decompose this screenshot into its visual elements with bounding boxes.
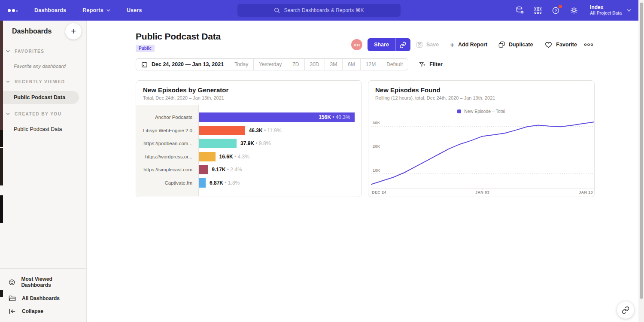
data-sources-button[interactable] bbox=[515, 6, 525, 15]
bar-chart-bars: 156K • 40.3%46.3K • 11.9%37.9K • 9.8%16.… bbox=[199, 105, 361, 196]
date-preset-6m[interactable]: 6M bbox=[342, 59, 360, 70]
line-chart-svg bbox=[371, 116, 594, 188]
sidebar-item[interactable]: Public Podcast Data bbox=[0, 91, 79, 104]
bar-value-label: 9.17K • 2.4% bbox=[212, 167, 242, 173]
all-dashboards-button[interactable]: All Dashboards bbox=[0, 292, 86, 305]
legend-swatch[interactable] bbox=[457, 109, 461, 113]
dashboard-actions: RH Share Save + Add Report Duplicate Fav… bbox=[351, 38, 594, 51]
apps-grid-icon bbox=[534, 6, 542, 15]
calendar-icon bbox=[141, 61, 148, 68]
apps-grid-button[interactable] bbox=[533, 6, 543, 15]
bar-value-label: 156K • 40.3% bbox=[319, 114, 355, 120]
sidebar-item[interactable]: Public Podcast Data bbox=[0, 123, 86, 135]
search-input[interactable]: Search Dashboards & Reports ⌘K bbox=[237, 4, 401, 17]
gear-icon bbox=[570, 6, 578, 15]
nav-reports-label: Reports bbox=[82, 7, 103, 13]
sidebar-section-header[interactable]: FAVORITES bbox=[0, 47, 86, 55]
bar[interactable] bbox=[199, 165, 208, 174]
save-button[interactable]: Save bbox=[416, 41, 439, 48]
bar-row: 9.17K • 2.4% bbox=[199, 163, 361, 176]
date-range-label: Dec 24, 2020 — Jan 13, 2021 bbox=[152, 61, 224, 67]
link-icon bbox=[400, 42, 406, 48]
x-axis-label: DEC 24 bbox=[372, 190, 386, 194]
nav-reports[interactable]: Reports bbox=[82, 7, 110, 13]
copy-link-button[interactable] bbox=[395, 38, 410, 51]
bar[interactable] bbox=[199, 178, 206, 188]
screen-edge-artifact bbox=[0, 21, 3, 130]
bar-category-label: https://wordpress.or... bbox=[136, 150, 198, 164]
plus-icon: + bbox=[450, 41, 454, 49]
bar-category-label: Anchor Podcasts bbox=[136, 111, 198, 124]
duplicate-button[interactable]: Duplicate bbox=[498, 41, 533, 48]
share-button[interactable]: Share bbox=[368, 38, 395, 51]
collapse-icon bbox=[9, 308, 16, 314]
date-preset-yesterday[interactable]: Yesterday bbox=[253, 59, 287, 70]
sidebar-section-header[interactable]: RECENTLY VIEWED bbox=[0, 78, 86, 85]
y-axis-label: 10K bbox=[373, 168, 380, 173]
chevron-down-icon bbox=[6, 112, 10, 115]
nav-dashboards[interactable]: Dashboards bbox=[34, 7, 66, 13]
date-range-picker[interactable]: Dec 24, 2020 — Jan 13, 2021 bbox=[136, 59, 229, 70]
nav-users[interactable]: Users bbox=[127, 7, 142, 13]
date-preset-today[interactable]: Today bbox=[229, 59, 253, 70]
add-report-button[interactable]: + Add Report bbox=[450, 41, 487, 49]
page-title: Public Podcast Data bbox=[136, 31, 221, 42]
chevron-down-icon bbox=[6, 50, 10, 52]
sidebar-section-header[interactable]: CREATED BY YOU bbox=[0, 110, 86, 118]
copy-icon bbox=[498, 41, 505, 48]
line-chart-plot[interactable]: 10K20K30K bbox=[371, 116, 594, 188]
share-button-group: Share bbox=[368, 38, 410, 51]
help-button[interactable]: ? bbox=[551, 6, 561, 15]
screen-edge-artifact bbox=[0, 290, 3, 297]
chevron-down-icon bbox=[6, 80, 10, 83]
logo-dot bbox=[8, 9, 11, 12]
add-dashboard-button[interactable]: + bbox=[65, 23, 82, 39]
filter-icon bbox=[419, 61, 425, 68]
app-logo[interactable] bbox=[8, 9, 22, 12]
bar-row: 16.6K • 4.3% bbox=[199, 150, 361, 164]
logo-dot bbox=[16, 10, 18, 12]
x-axis: DEC 24JAN 03JAN 13 bbox=[371, 188, 594, 195]
sidebar-section: FAVORITESFavorite any dashboard bbox=[0, 47, 86, 72]
date-preset-12m[interactable]: 12M bbox=[360, 59, 381, 70]
bar-value-label: 6.87K • 1.8% bbox=[210, 180, 240, 186]
collapse-sidebar-button[interactable]: Collapse bbox=[0, 305, 86, 318]
bar[interactable] bbox=[199, 152, 216, 161]
search-icon bbox=[274, 7, 280, 13]
date-preset-7d[interactable]: 7D bbox=[287, 59, 304, 70]
date-preset-30d[interactable]: 30D bbox=[304, 59, 325, 70]
bar[interactable]: 156K • 40.3% bbox=[199, 112, 355, 122]
settings-button[interactable] bbox=[569, 6, 579, 15]
sidebar-sections: FAVORITESFavorite any dashboardRECENTLY … bbox=[0, 47, 86, 141]
bar-chart-categories: Anchor PodcastsLibsyn WebEngine 2.0https… bbox=[136, 105, 199, 196]
most-viewed-dashboards-button[interactable]: Most Viewed Dashboards bbox=[0, 273, 86, 292]
bar[interactable] bbox=[199, 126, 245, 135]
scrollbar-thumb[interactable] bbox=[640, 3, 643, 299]
date-preset-3m[interactable]: 3M bbox=[325, 59, 343, 70]
filter-button[interactable]: Filter bbox=[419, 61, 443, 68]
avatar[interactable]: RH bbox=[351, 39, 362, 50]
footer-item-label: Collapse bbox=[22, 308, 43, 314]
share-link-fab[interactable] bbox=[617, 301, 634, 319]
project-switcher[interactable]: Index All Project Data bbox=[590, 4, 631, 16]
sidebar-item[interactable]: Favorite any dashboard bbox=[0, 61, 86, 72]
favorite-label: Favorite bbox=[556, 42, 577, 48]
legend-label[interactable]: New Episode – Total bbox=[464, 109, 505, 114]
screen-edge-artifact bbox=[0, 195, 3, 223]
folder-icon bbox=[9, 295, 16, 301]
favorite-button[interactable]: Favorite bbox=[545, 42, 577, 48]
sidebar-section: CREATED BY YOUPublic Podcast Data bbox=[0, 110, 86, 135]
bar-category-label: Libsyn WebEngine 2.0 bbox=[136, 124, 198, 137]
more-icon bbox=[584, 43, 593, 46]
bar[interactable] bbox=[199, 139, 237, 148]
date-preset-default[interactable]: Default bbox=[381, 59, 408, 70]
card-subtitle: Rolling (12 hours), total, Dec 24th, 202… bbox=[375, 95, 587, 100]
card-subtitle: Total, Dec 24th, 2020 – Jan 13th, 2021 bbox=[143, 95, 355, 100]
database-gear-icon bbox=[515, 6, 525, 15]
save-icon bbox=[416, 41, 423, 48]
notification-badge bbox=[559, 5, 562, 8]
sidebar-title: Dashboards bbox=[12, 27, 52, 35]
page-scrollbar bbox=[638, 0, 644, 322]
more-actions-button[interactable] bbox=[583, 41, 594, 48]
chart-legend: New Episode – Total bbox=[368, 107, 594, 115]
